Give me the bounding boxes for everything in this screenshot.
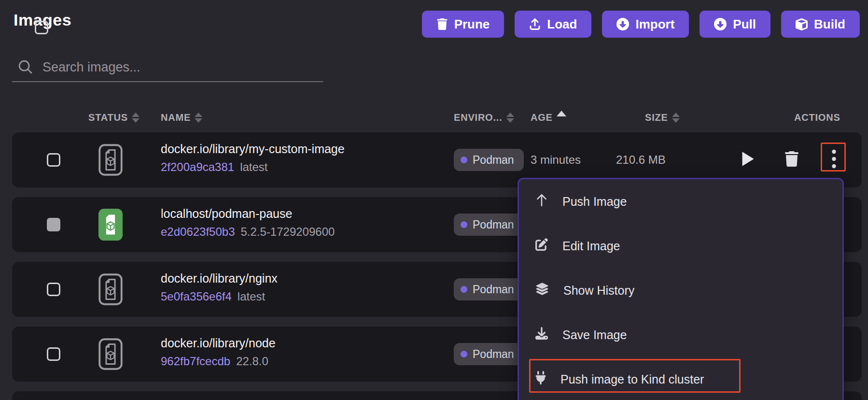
column-label: AGE [531,112,553,123]
import-button-label: Import [635,17,674,32]
context-menu: Push Image Edit Image Show History Save … [518,178,844,400]
menu-item-label: Save Image [562,328,627,342]
environment-label: Podman [473,154,514,167]
column-header-environment[interactable]: ENVIRO... [454,111,514,124]
podman-dot-icon [461,286,467,293]
column-header-name[interactable]: NAME [161,111,202,124]
trash-icon [784,151,799,169]
column-header-size[interactable]: SIZE [645,111,680,124]
image-tag: 22.8.0 [236,355,268,368]
image-subtitle: 2f200a9ca381latest [161,160,268,174]
menu-item-label: Push Image [562,195,627,209]
prune-button[interactable]: Prune [422,11,504,38]
column-label: STATUS [88,112,128,123]
image-name: docker.io/library/nginx [161,271,278,286]
column-header-status[interactable]: STATUS [88,111,140,124]
column-header-actions: ACTIONS [794,111,840,124]
column-label: NAME [161,112,191,123]
column-header-age[interactable]: AGE [531,111,566,124]
search-icon [17,59,34,77]
image-name: localhost/podman-pause [161,207,292,221]
menu-item-show-history[interactable]: Show History [519,268,842,313]
image-subtitle: 962fb7fcecdb22.8.0 [161,355,268,368]
kebab-icon [832,149,836,171]
menu-item-label: Show History [563,284,634,298]
search-input[interactable] [42,56,313,78]
row-checkbox[interactable] [47,283,60,296]
image-digest: 5e0fa356e6f4 [161,290,232,303]
menu-item-edit-image[interactable]: Edit Image [519,224,842,268]
row-checkbox-disabled[interactable] [47,218,60,231]
row-checkbox[interactable] [47,347,60,361]
image-name: docker.io/library/my-custom-image [161,142,345,156]
image-name: docker.io/library/node [161,336,276,350]
arrow-up-icon [535,193,548,210]
column-label: SIZE [645,112,668,123]
podman-dot-icon [461,221,467,228]
image-file-icon [98,338,123,372]
environment-badge: Podman [454,343,524,365]
sort-icon [672,113,680,123]
row-checkbox[interactable] [47,153,60,167]
image-digest: e2d0623f50b3 [161,225,235,238]
menu-item-push-image-to-kind-cluster[interactable]: Push image to Kind cluster [519,357,842,400]
load-button[interactable]: Load [515,11,591,38]
sort-icon [506,113,514,123]
menu-item-save-image[interactable]: Save Image [519,313,842,357]
layers-icon [535,283,549,298]
image-file-icon [98,144,123,178]
build-button[interactable]: Build [781,11,860,38]
import-button[interactable]: Import [602,11,689,38]
pull-button-label: Pull [733,17,756,32]
image-tag: latest [240,160,267,173]
menu-item-label: Edit Image [562,239,620,253]
environment-badge: Podman [454,149,524,171]
image-file-icon [98,273,123,307]
image-subtitle: 5e0fa356e6f4latest [161,290,265,303]
build-button-label: Build [814,17,845,32]
sort-ascending-icon [557,111,566,116]
load-button-label: Load [547,17,577,32]
menu-item-push-image[interactable]: Push Image [519,179,842,224]
prune-button-label: Prune [454,17,490,32]
trash-icon [436,18,448,30]
search-bar [12,53,323,83]
environment-badge: Podman [454,278,524,300]
save-icon [535,327,548,343]
image-tag: latest [238,290,265,303]
circle-down-icon [714,18,727,30]
upload-icon [529,18,541,30]
environment-label: Podman [473,348,514,361]
search-underline [12,81,323,82]
image-file-icon-green [98,209,123,243]
plug-icon [535,371,546,387]
image-tag: 5.2.5-1729209600 [241,225,335,238]
pen-square-icon [535,238,548,254]
select-all-checkbox[interactable] [35,21,48,34]
column-label: ENVIRO... [454,112,503,123]
environment-label: Podman [473,218,514,231]
environment-label: Podman [473,283,514,296]
column-label: ACTIONS [794,112,840,123]
pull-button[interactable]: Pull [700,11,770,38]
podman-dot-icon [461,351,467,357]
sort-icon [195,113,202,123]
sort-icon [132,113,140,123]
cube-icon [796,18,808,30]
toolbar: Prune Load Import Pull Build [422,11,860,38]
image-subtitle: e2d0623f50b35.2.5-1729209600 [161,225,335,239]
image-digest: 962fb7fcecdb [161,355,230,368]
podman-dot-icon [461,157,467,163]
circle-down-icon [616,18,629,30]
image-digest: 2f200a9ca381 [161,160,234,173]
menu-item-label: Push image to Kind cluster [560,372,704,386]
play-icon [741,151,755,169]
environment-badge: Podman [454,214,524,236]
